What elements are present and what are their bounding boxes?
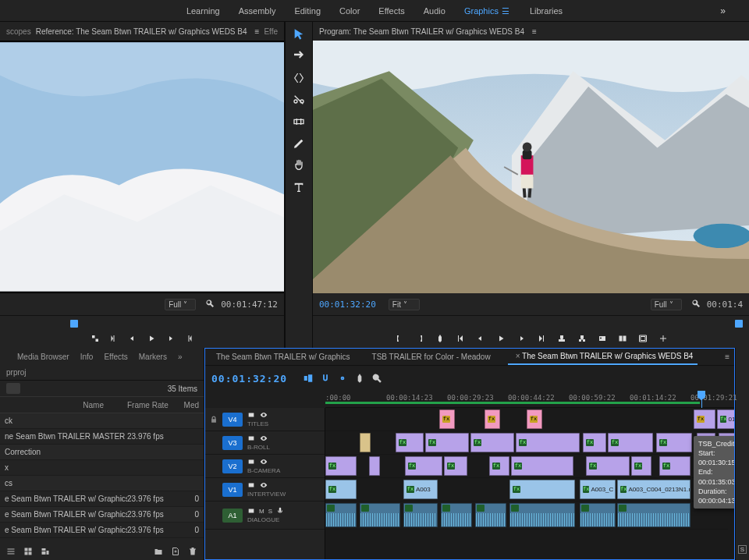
step-fwd-icon[interactable] [165,334,175,343]
workspace-overflow-icon[interactable]: » [720,5,726,16]
mark-in-icon[interactable] [395,334,404,343]
lift-icon[interactable] [557,334,566,343]
track-header-v4[interactable]: V4 TITLES [205,408,325,431]
clip[interactable]: fx [396,433,424,452]
ws-graphics[interactable]: Graphics☰ [464,6,511,16]
prog-ruler[interactable] [313,315,749,329]
clip[interactable]: fx [516,433,580,452]
goto-out-icon[interactable] [537,334,546,343]
clip[interactable]: fx [511,456,573,476]
add-marker-icon[interactable] [435,334,445,343]
toggle-output-icon[interactable] [247,481,255,489]
safe-margins-icon[interactable] [638,334,648,343]
wrench-icon[interactable] [205,299,215,310]
clip[interactable] [360,433,371,452]
clip[interactable]: fx [470,433,514,452]
razor-tool-icon[interactable] [293,94,305,106]
audio-clip[interactable] [360,503,400,527]
ref-playhead[interactable] [70,320,78,328]
ripple-tool-icon[interactable] [293,72,305,84]
proj-tab-media[interactable]: Media Browser [17,353,69,361]
col-med[interactable]: Med [182,401,204,409]
list-view-icon[interactable] [6,547,16,556]
project-row[interactable]: ck [0,413,204,429]
icon-view-icon[interactable] [23,547,33,556]
track-header-a1[interactable]: A1 M S DIALOGUE [205,502,325,530]
tl-timecode[interactable]: 00:01:32:20 [211,373,287,385]
audio-clip[interactable] [509,503,575,527]
audio-clip[interactable] [403,503,438,527]
clip[interactable]: fx [631,456,651,476]
clip[interactable]: fx [439,409,455,429]
ref-video[interactable] [0,41,284,293]
ref-tab-effects[interactable]: Effe [264,27,278,36]
markers-icon[interactable] [354,373,365,384]
ref-panel-menu-icon[interactable]: ≡ [255,27,260,36]
extract-icon[interactable] [577,334,587,343]
ws-audio[interactable]: Audio [424,6,445,16]
tl-tab-1[interactable]: TSB TRAILER for Color - Meadow [367,349,495,364]
col-fps[interactable]: Frame Rate [127,401,182,409]
track-header-v2[interactable]: V2 B-CAMERA [205,455,325,478]
ws-editing[interactable]: Editing [294,6,321,16]
clip[interactable]: fx [489,456,509,476]
eye-icon[interactable] [260,481,268,489]
clip[interactable]: fx [485,409,500,429]
go-out-icon[interactable] [184,334,193,343]
export-frame-icon[interactable] [598,334,607,343]
clip[interactable]: fxA003_C004_0213N1.m [617,480,690,499]
tl-tab-0[interactable]: The Seam Btwn TRAILER w/ Graphics [211,349,355,364]
clip[interactable]: fx [325,480,357,499]
audio-clip[interactable] [475,503,506,527]
project-row[interactable]: Correction [0,445,204,460]
clip[interactable]: fx [405,456,442,476]
audio-clip[interactable] [580,503,616,527]
proj-tab-effects[interactable]: Effects [104,353,127,361]
clip[interactable]: fx01_Title_ [717,409,734,429]
clip[interactable]: fxA003_C [580,480,616,499]
prog-panel-menu-icon[interactable]: ≡ [532,27,537,36]
clip[interactable]: fx [527,409,542,429]
pen-tool-icon[interactable] [293,137,305,150]
play-icon[interactable] [496,334,506,343]
compare-icon[interactable] [618,334,627,343]
track-header-v1[interactable]: V1 INTERTVIEW [205,478,325,502]
tl-tab-2[interactable]: × The Seam Btwn TRAILER w/ Graphics WEDS… [508,349,698,365]
clip[interactable]: fx [586,456,630,476]
toggle-output-icon[interactable] [247,434,255,442]
prog-zoom-select[interactable]: Full ˅ [651,299,682,310]
new-bin-icon[interactable] [154,547,163,556]
clip[interactable]: fx [425,433,469,452]
go-in-icon[interactable] [109,334,119,343]
project-row[interactable]: x [0,460,204,476]
proj-tab-markers[interactable]: Markers [139,353,167,361]
mark-out-icon[interactable] [415,334,424,343]
project-row[interactable]: ne Seam Btwn TRAILER MASTER23.976 fps [0,429,204,445]
clip[interactable]: fx [509,480,575,499]
clip[interactable]: fx [583,433,606,452]
prog-video[interactable] [313,41,749,293]
audio-clip[interactable] [325,503,357,527]
ws-assembly[interactable]: Assembly [239,6,276,16]
ref-ruler[interactable] [0,315,284,329]
project-row[interactable]: cs [0,476,204,491]
ref-timecode[interactable]: 00:01:47:12 [221,299,278,310]
clip[interactable] [369,456,380,476]
selection-tool-icon[interactable] [293,28,305,41]
clip[interactable]: fx [659,456,690,476]
step-fwd-icon[interactable] [516,334,526,343]
project-row[interactable]: e Seam Btwn TRAILER w/ Graphics REVISED2… [0,523,204,538]
proj-overflow-icon[interactable]: » [178,353,183,361]
gang-icon[interactable] [91,334,100,343]
ref-title[interactable]: Reference: The Seam Btwn TRAILER w/ Grap… [36,27,247,36]
freeform-icon[interactable] [41,547,50,556]
track-header-v3[interactable]: V3 B-ROLL [205,431,325,455]
timeline-ruler[interactable]: :00:00 00:00:14:23 00:00:29:23 00:00:44:… [325,391,734,408]
voiceover-icon[interactable] [276,507,284,515]
trash-icon[interactable] [188,547,197,556]
clip[interactable]: fx [325,456,357,476]
ref-zoom-select[interactable]: Full ˅ [165,299,196,310]
solo-button[interactable]: S [268,508,272,515]
mute-button[interactable]: M [259,508,264,515]
goto-in-icon[interactable] [456,334,465,343]
